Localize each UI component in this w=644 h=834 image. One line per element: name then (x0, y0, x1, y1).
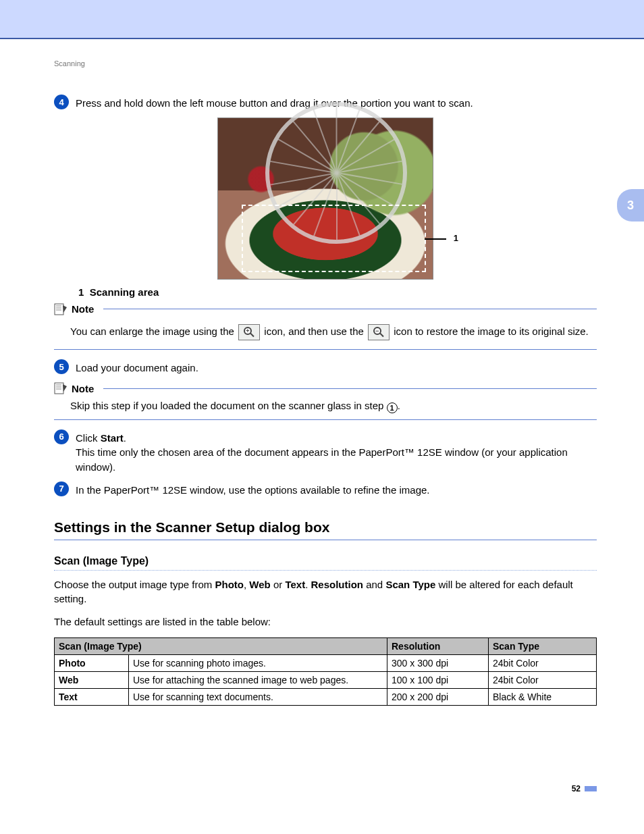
para-2: The default settings are listed in the t… (54, 615, 597, 629)
step-6-follow: This time only the chosen area of the do… (76, 446, 568, 473)
para1-e: or (271, 579, 286, 590)
breadcrumb: Scanning (54, 59, 597, 68)
para1-f: Text (285, 579, 305, 590)
cell-scan: 24bit Color (489, 671, 597, 688)
svg-rect-0 (55, 304, 63, 315)
note-1: Note You can enlarge the image using the… (54, 303, 597, 350)
cell-type: Text (55, 688, 129, 705)
zoom-out-icon: − (368, 324, 390, 340)
page-footer: 52 (572, 784, 597, 793)
callout-number: 1 (454, 233, 458, 243)
para1-a: Choose the output image type from (54, 579, 215, 590)
note-2-label: Note (72, 383, 94, 394)
section-title: Settings in the Scanner Setup dialog box (54, 519, 597, 540)
table-row: Text Use for scanning text documents. 20… (55, 688, 597, 705)
caption-num: 1 (78, 286, 84, 298)
note-icon (54, 382, 68, 394)
cell-res: 300 x 300 dpi (387, 654, 489, 671)
cell-desc: Use for scanning text documents. (129, 688, 387, 705)
page-number: 52 (572, 784, 581, 793)
note-1-p2: icon, and then use the (264, 325, 367, 337)
figure-caption: 1 Scanning area (78, 286, 597, 298)
step-5: 5 Load your document again. (54, 359, 597, 375)
cell-type: Photo (55, 654, 129, 671)
note-icon (54, 303, 68, 315)
header-bar (0, 0, 644, 39)
step-7: 7 In the PaperPort™ 12SE window, use the… (54, 481, 597, 498)
chapter-tab: 3 (617, 189, 644, 221)
cell-type: Web (55, 671, 129, 688)
step-6-lead: Click (76, 432, 101, 444)
selection-marquee: 1 (242, 205, 426, 272)
cell-res: 100 x 100 dpi (387, 671, 489, 688)
settings-table: Scan (Image Type) Resolution Scan Type P… (54, 637, 597, 706)
note-2: Note Skip this step if you loaded the do… (54, 382, 597, 420)
subsection-title: Scan (Image Type) (54, 555, 597, 571)
para1-h: Resolution (311, 579, 364, 590)
table-row: Photo Use for scanning photo images. 300… (55, 654, 597, 671)
step-6-text: Click Start. This time only the chosen a… (76, 429, 597, 475)
note-2-dot: . (398, 400, 400, 411)
footer-accent (585, 786, 597, 791)
step-bullet-6: 6 (54, 429, 69, 444)
step-ref-1: 1 (387, 402, 398, 413)
cell-desc: Use for attaching the scanned image to w… (129, 671, 387, 688)
th-scan-type: Scan Type (489, 637, 597, 654)
step-bullet-5: 5 (54, 359, 69, 374)
step-6: 6 Click Start. This time only the chosen… (54, 429, 597, 475)
cell-scan: 24bit Color (489, 654, 597, 671)
step-5-text: Load your document again. (76, 359, 597, 375)
table-row: Web Use for attaching the scanned image … (55, 671, 597, 688)
th-resolution: Resolution (387, 637, 489, 654)
step-bullet-4: 4 (54, 95, 69, 109)
note-1-p1: You can enlarge the image using the (70, 325, 237, 337)
note-1-body: You can enlarge the image using the + ic… (54, 315, 597, 350)
scan-preview-figure: 1 (217, 118, 433, 280)
note-2-p1: Skip this step if you loaded the documen… (70, 400, 387, 411)
caption-label: Scanning area (90, 286, 159, 298)
cell-desc: Use for scanning photo images. (129, 654, 387, 671)
step-6-dot: . (124, 432, 126, 444)
para1-g: . (305, 579, 311, 590)
cell-scan: Black & White (489, 688, 597, 705)
para-1: Choose the output image type from Photo,… (54, 577, 597, 607)
step-bullet-7: 7 (54, 481, 69, 496)
figure-wrap: 1 (54, 118, 597, 280)
svg-rect-4 (55, 383, 63, 394)
step-6-bold: Start (101, 432, 124, 444)
para1-i: and (363, 579, 385, 590)
note-1-label: Note (72, 303, 94, 315)
para1-d: Web (249, 579, 270, 590)
cell-res: 200 x 200 dpi (387, 688, 489, 705)
zoom-in-icon: + (238, 324, 260, 340)
step-7-text: In the PaperPort™ 12SE window, use the o… (76, 481, 597, 498)
para1-b: Photo (215, 579, 244, 590)
note-1-p3: icon to restore the image to its origina… (394, 325, 588, 337)
note-2-body: Skip this step if you loaded the documen… (54, 394, 597, 419)
para1-j: Scan Type (385, 579, 435, 590)
th-scan-image-type: Scan (Image Type) (55, 637, 387, 654)
